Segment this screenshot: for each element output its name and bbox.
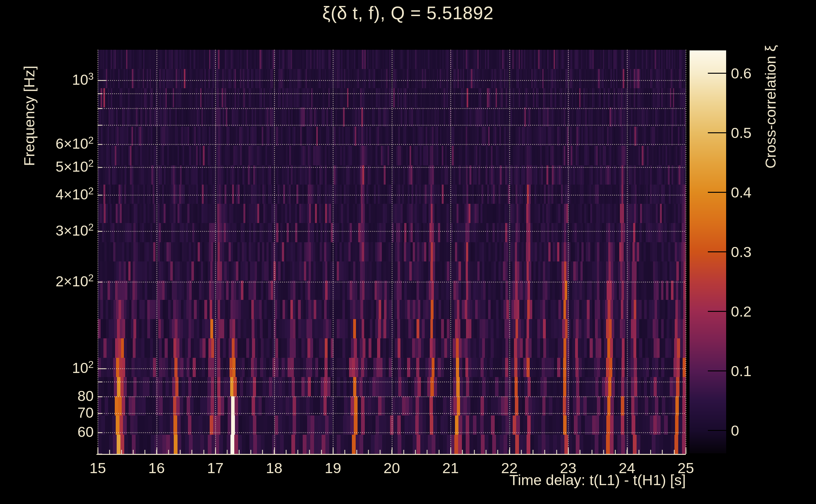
x-tick-label: 19 (325, 459, 341, 477)
x-tick-label: 18 (266, 459, 282, 477)
x-tick-label: 25 (678, 459, 694, 477)
x-tick-label: 16 (148, 459, 164, 477)
y-tick-label: 6×102 (55, 135, 94, 152)
y-tick-label: 70 (78, 404, 94, 421)
y-tick-label: 103 (72, 71, 94, 88)
x-tick-label: 22 (501, 459, 517, 477)
y-tick-label: 3×102 (55, 222, 94, 239)
x-tick-label: 23 (560, 459, 576, 477)
x-tick-label: 17 (207, 459, 224, 477)
colorbar-tick-label: 0.2 (731, 303, 751, 320)
y-tick-label: 2×102 (55, 273, 94, 290)
colorbar-tick-label: 0.3 (731, 243, 751, 261)
x-axis-label: Time delay: t(L1) - t(H1) [s] (509, 471, 686, 489)
x-tick-label: 15 (89, 459, 106, 477)
x-tick-label: 24 (619, 459, 635, 477)
y-tick-label: 5×102 (55, 158, 94, 175)
heatmap-canvas (0, 0, 816, 504)
y-tick-label: 102 (72, 359, 94, 376)
y-tick-label: 4×102 (55, 186, 94, 203)
x-tick-label: 20 (383, 459, 400, 477)
y-tick-label: 80 (78, 387, 94, 404)
colorbar-label: Cross-correlation ξ (759, 25, 782, 189)
colorbar-tick-label: 0.1 (731, 362, 751, 380)
y-tick-label: 60 (78, 423, 94, 440)
x-tick-label: 21 (442, 459, 459, 477)
colorbar-tick-label: 0 (731, 422, 739, 439)
y-axis-label: Frequency [Hz] (20, 28, 38, 204)
chart-title: ξ(δ t, f), Q = 5.51892 (0, 3, 816, 23)
colorbar-tick-label: 0.6 (731, 65, 751, 82)
colorbar-tick-label: 0.5 (731, 124, 751, 141)
colorbar-tick-label: 0.4 (731, 184, 751, 201)
cross-correlation-spectrogram-figure: ξ(δ t, f), Q = 5.51892 Frequency [Hz] Ti… (0, 0, 816, 504)
